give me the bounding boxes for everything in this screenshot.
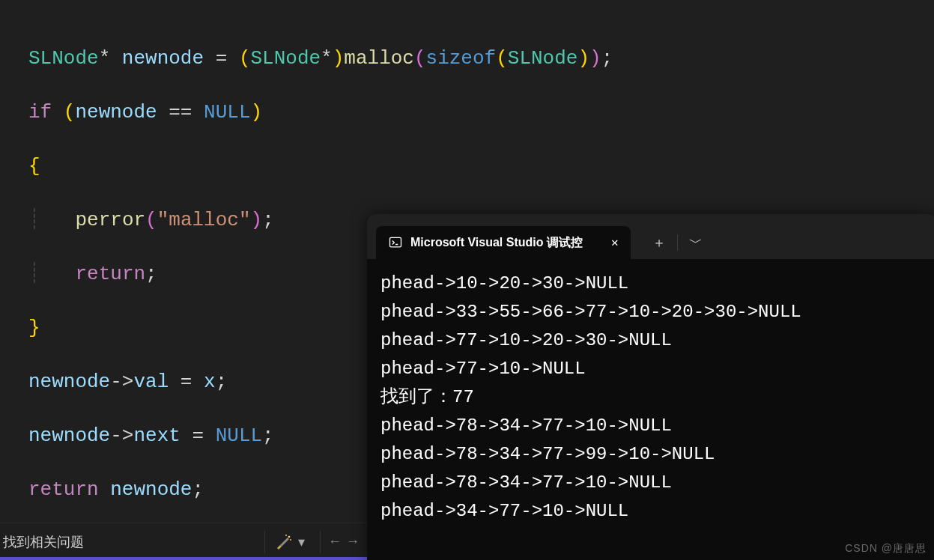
svg-rect-3	[390, 237, 401, 247]
console-output[interactable]: phead->10->20->30->NULL phead->33->55->6…	[367, 259, 934, 526]
console-line: phead->77->10->20->30->NULL	[380, 330, 672, 350]
new-tab-button[interactable]: ＋	[643, 226, 676, 259]
code-token-type: SLNode	[28, 47, 99, 70]
code-token-var: newnode	[110, 478, 192, 501]
code-token-op: =	[204, 47, 239, 70]
console-line: phead->33->55->66->77->10->20->30->NULL	[380, 302, 801, 322]
code-token-sep: ;	[192, 478, 204, 501]
code-token-op: *	[321, 47, 333, 70]
code-token-sep: ;	[262, 209, 274, 231]
code-token-sep: ;	[262, 424, 274, 447]
svg-point-2	[285, 535, 287, 536]
indent-guide: ┊	[28, 209, 75, 231]
code-token-func: perror	[75, 209, 145, 231]
code-token-null: NULL	[204, 101, 250, 124]
code-token-keyword: sizeof	[426, 47, 497, 70]
code-token-keyword: if	[28, 101, 52, 124]
code-token-null: NULL	[216, 424, 262, 447]
code-token-sep: ;	[216, 371, 228, 393]
code-token-var: x	[204, 371, 216, 393]
code-token-var: newnode	[28, 371, 110, 393]
code-token-paren: (	[145, 209, 157, 231]
code-token-string: "malloc"	[157, 209, 251, 231]
console-tab-title: Microsoft Visual Studio 调试控	[410, 235, 583, 251]
code-token-type: SLNode	[250, 47, 321, 70]
arrow-right-icon[interactable]: →	[346, 534, 360, 550]
console-line: phead->78->34->77->10->NULL	[380, 472, 672, 493]
code-token-paren: )	[589, 47, 601, 70]
code-token-sep: ;	[145, 263, 157, 285]
code-line: SLNode* newnode = (SLNode*)malloc(sizeof…	[28, 45, 934, 72]
code-token-brace: {	[28, 155, 40, 177]
indent-guide: ┊	[28, 263, 75, 285]
status-bar: 找到相关问题 ▾ ← →	[0, 523, 367, 560]
code-token-paren: (	[239, 47, 251, 70]
code-token-keyword: return	[28, 478, 99, 501]
code-token-type: SLNode	[508, 47, 578, 70]
code-token-field: val	[133, 371, 169, 393]
code-token-brace: }	[28, 317, 40, 339]
code-token-keyword: return	[75, 263, 145, 285]
titlebar-separator	[677, 234, 678, 251]
status-separator	[320, 531, 321, 553]
code-token-field: next	[133, 424, 180, 447]
nav-arrows: ← →	[328, 534, 367, 550]
close-icon[interactable]: ✕	[611, 235, 619, 250]
status-message: 找到相关问题	[0, 533, 257, 551]
code-token-var: newnode	[122, 47, 204, 70]
code-line: if (newnode == NULL)	[28, 99, 934, 126]
code-token-func: malloc	[344, 47, 414, 70]
code-token-var: newnode	[75, 101, 157, 124]
status-separator	[264, 531, 265, 553]
code-token-op: ==	[157, 101, 204, 124]
tab-dropdown-button[interactable]: ﹀	[679, 226, 712, 259]
console-line: phead->77->10->NULL	[380, 359, 586, 379]
console-line: phead->78->34->77->99->10->NULL	[380, 444, 715, 464]
accent-bar	[0, 557, 367, 560]
dropdown-caret-icon[interactable]: ▾	[295, 534, 312, 550]
brush-icon[interactable]	[273, 531, 295, 553]
code-token-paren: (	[64, 101, 76, 124]
code-token-op: =	[181, 424, 216, 447]
console-line: 找到了：77	[380, 387, 474, 407]
code-line: {	[28, 153, 934, 180]
debug-console-window: Microsoft Visual Studio 调试控 ✕ ＋ ﹀ phead-…	[367, 214, 934, 560]
svg-point-1	[290, 539, 291, 541]
console-titlebar[interactable]: Microsoft Visual Studio 调试控 ✕ ＋ ﹀	[367, 214, 934, 259]
code-token-var: newnode	[28, 424, 110, 447]
code-token-paren: )	[251, 209, 263, 231]
arrow-left-icon[interactable]: ←	[328, 534, 342, 550]
watermark: CSDN @唐唐思	[845, 542, 927, 556]
console-line: phead->78->34->77->10->NULL	[380, 416, 672, 436]
code-token-op: =	[169, 371, 204, 393]
console-tab[interactable]: Microsoft Visual Studio 调试控 ✕	[376, 226, 631, 259]
code-token-paren: (	[414, 47, 426, 70]
console-line: phead->10->20->30->NULL	[380, 273, 628, 293]
console-line: phead->34->77->10->NULL	[380, 501, 628, 521]
svg-point-0	[288, 535, 291, 538]
code-token-paren: (	[496, 47, 508, 70]
code-token-paren: )	[333, 47, 345, 70]
code-token-op: ->	[110, 424, 133, 447]
code-token-op: *	[99, 47, 111, 70]
code-token-paren: )	[251, 101, 263, 124]
code-token-paren: )	[577, 47, 589, 70]
code-token-op: ->	[110, 371, 133, 393]
terminal-icon	[388, 235, 403, 250]
code-token-sep: ;	[601, 47, 613, 70]
titlebar-actions: ＋ ﹀	[643, 226, 712, 259]
